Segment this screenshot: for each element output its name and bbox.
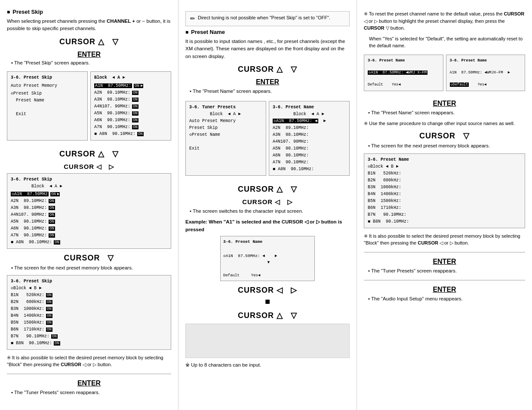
enter-bullet-col3-2: The "Tuner Presets" screen reappears.: [368, 267, 525, 275]
preset-name-title: Preset Name: [185, 29, 350, 35]
preset-skip-title: Preset Skip: [7, 9, 171, 15]
enter-label-col2-1: ENTER: [256, 78, 279, 86]
enter-block-col3-2: ENTER: [364, 258, 525, 266]
enter-bullet-col2-1: The "Preset Name" screen appears.: [190, 88, 350, 95]
cursor-lr-col2-2: CURSOR ◁ ▷: [185, 285, 350, 295]
preset-skip-desc: When selecting preset channels pressing …: [7, 18, 171, 33]
screen-block-b-col3: 3-6. Preset Name ◇Block ◄ B ► B1N 520kHz…: [364, 153, 525, 228]
enter-block-2: ENTER: [7, 379, 171, 387]
enter-label-col3-2: ENTER: [433, 258, 456, 265]
enter-label-1: ENTER: [77, 51, 101, 58]
note-block-select-1: It is also possible to select the desire…: [7, 354, 171, 368]
note-block-select-col3: It is also possible to select the desire…: [364, 233, 525, 247]
enter-label-col3-1: ENTER: [433, 100, 456, 107]
cursor-down-block-1: CURSOR ▽: [7, 253, 171, 263]
chars-note: Up to 8 characters can be input.: [185, 361, 350, 369]
cursor-label-4: CURSOR ▽: [64, 254, 114, 262]
screen-char-input: 3-6. Preset Name ◇A1N 87.50MHz: ◄ ► ▼ De…: [220, 236, 315, 281]
cursor-label-col2-4: CURSOR ◁ ▷: [238, 286, 297, 294]
column-2: ✏ Direct tuning is not possible when "Pr…: [178, 0, 357, 410]
cursor-label-col2-3: CURSOR ◁ ▷: [242, 198, 293, 205]
column-1: Preset Skip When selecting preset channe…: [0, 0, 178, 410]
screen-block-b-1: 3-6. Preset Skip ◇Block ◄ B ► B1N 520kHz…: [7, 275, 171, 350]
cursor-down-col3: CURSOR ▽: [364, 131, 525, 141]
direct-tuning-note: ✏ Direct tuning is not possible when "Pr…: [185, 11, 350, 26]
enter-bullet-col3-1: The "Preset Name" screen reappears.: [368, 109, 525, 116]
enter-block-col2-1: ENTER: [185, 78, 350, 86]
cursor-label-3: CURSOR ◁ ▷: [64, 163, 114, 170]
cursor-label-col3-1: CURSOR ▽: [419, 132, 470, 140]
reset-note-1: To reset the preset channel name to the …: [364, 10, 525, 32]
next-block-text-1: The screen for the next preset memory bl…: [11, 264, 171, 272]
cursor-ud-block-1: CURSOR △ ▽: [7, 37, 171, 46]
screen-preset-name-col3-right: 3-6. Preset Name A1N 87.50MHz: ◄WMJX–FM …: [446, 55, 526, 91]
screen-preset-name-col2: 3-6. Preset Name Block ◄ A ► ◇A1N 87.50M…: [269, 101, 350, 176]
cursor-ud-block-2: CURSOR △ ▽: [7, 149, 171, 159]
cursor-label-2: CURSOR △ ▽: [59, 150, 119, 158]
screen-preset-skip-2: 3-6. Preset Skip Block ◄ A ► ◇A1N 87.50M…: [7, 173, 171, 249]
screen-preset-name-col3-left: 3-6. Preset Name ◇A1N 87.50MHz: ◄WMJ X–F…: [364, 55, 443, 91]
screen-preset-skip-left: 3-6. Preset Skip Auto Preset Memory ◇Pre…: [7, 71, 88, 141]
cursor-square: ■: [185, 297, 350, 306]
enter-bullet-2: The "Tuner Presets" screen reappears.: [11, 389, 171, 396]
cursor-lr-block-1: CURSOR ◁ ▷: [7, 163, 171, 171]
cursor-ud-col2-2: CURSOR △ ▽: [185, 184, 350, 194]
enter-block-1: ENTER: [7, 51, 171, 58]
page-container: Preset Skip When selecting preset channe…: [0, 0, 532, 410]
cursor-ud-col2-1: CURSOR △ ▽: [185, 64, 350, 74]
cursor-lr-col2-1: CURSOR ◁ ▷: [185, 198, 350, 206]
next-block-text-col3: The screen for the next preset memory bl…: [368, 142, 525, 150]
enter-bullet-col3-3: The "Audio Input Setup" menu reappears.: [368, 295, 525, 303]
cursor-label-col2-2: CURSOR △ ▽: [238, 185, 297, 193]
note-same-procedure: Use the same procedure to change other i…: [364, 120, 525, 127]
cursor-ud-col2-3: CURSOR △ ▽: [185, 311, 350, 320]
screen-preset-skip-right: Block ◄ A ► A1N 87.50MHz:ON► A2N 89.10MH…: [90, 71, 171, 141]
cursor-label-col2-1: CURSOR △ ▽: [238, 65, 297, 73]
direct-tuning-text: Direct tuning is not possible when "Pres…: [198, 14, 330, 21]
enter-block-col3-3: ENTER: [364, 286, 525, 294]
enter-bullet-1: The "Preset Skip" screen appears.: [11, 60, 171, 65]
screen-tuner-presets-col2: 3-6. Tuner Presets Block ◄ A ► Auto Pres…: [185, 101, 266, 176]
screen-switches-note: The screen switches to the character inp…: [190, 208, 350, 215]
column-3: To reset the preset channel name to the …: [357, 0, 532, 410]
example-label: Example: When "A1" is selected and the C…: [185, 218, 350, 233]
pencil-icon: ✏: [190, 14, 195, 23]
empty-box-col2: [185, 324, 350, 358]
cursor-label-col2-5: CURSOR △ ▽: [238, 311, 297, 320]
reset-note-2: When "Yes" is selected for "Default", th…: [369, 35, 525, 49]
enter-block-col3-1: ENTER: [364, 100, 525, 107]
cursor-label-1: CURSOR △ ▽: [59, 37, 119, 46]
enter-label-2: ENTER: [77, 379, 101, 387]
enter-label-col3-3: ENTER: [433, 286, 456, 293]
preset-name-desc: It is possible to input station names , …: [185, 38, 350, 60]
